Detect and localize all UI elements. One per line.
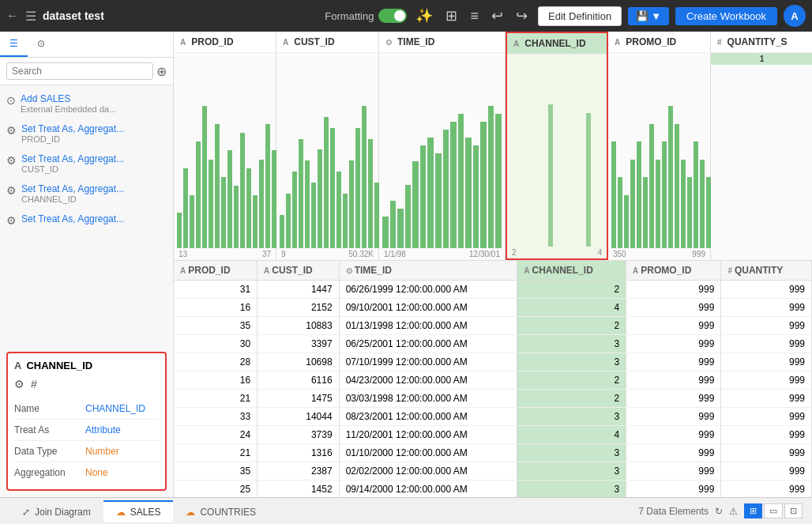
col-min-prod: 13 — [179, 250, 187, 258]
column-card-cust[interactable]: A CUST_ID 9 50.32K — [276, 32, 379, 260]
field-row-aggregation: Aggregation None — [14, 462, 159, 483]
column-card-prod[interactable]: A PROD_ID 13 37 — [174, 32, 276, 260]
sidebar-item-set4[interactable]: ⚙ Set Treat As, Aggregat... — [0, 209, 173, 232]
undo-icon[interactable]: ↩ — [487, 6, 507, 26]
bottom-tab-countries[interactable]: ☁ COUNTRIES — [173, 500, 269, 522]
sidebar-item-channel[interactable]: ⚙ Set Treat As, Aggregat... CHANNEL_ID — [0, 179, 173, 209]
formatting-toggle[interactable] — [378, 9, 407, 23]
field-label-aggregation: Aggregation — [14, 467, 85, 478]
th-prod: APROD_ID — [174, 261, 258, 281]
sidebar-item-text-channel: Set Treat As, Aggregat... CHANNEL_ID — [21, 183, 124, 204]
sidebar-tab-list[interactable]: ☰ — [0, 32, 28, 57]
bottom-tab-sales[interactable]: ☁ SALES — [103, 500, 174, 522]
table-row: 21147503/03/1998 12:00:00.000 AM2999999 — [174, 390, 812, 408]
col-header-quantity: # QUANTITY_S — [711, 32, 812, 53]
sidebar: ☰ ⊙ ⊕ ⊙ Add SALES External Embedded da..… — [0, 32, 174, 497]
table-cell: 06/26/1999 12:00:00.000 AM — [339, 281, 517, 299]
view-btn-expand[interactable]: ⊡ — [784, 503, 803, 518]
sidebar-tab-link[interactable]: ⊙ — [28, 32, 55, 57]
table-cell: 999 — [626, 353, 721, 371]
column-card-channel[interactable]: A CHANNEL_ID 2 4 — [506, 32, 608, 260]
field-gear-icon[interactable]: ⚙ — [14, 378, 24, 390]
magic-icon[interactable]: ✨ — [412, 6, 437, 26]
th-channel: ACHANNEL_ID — [517, 261, 626, 281]
sidebar-item-primary-set4: Set Treat As, Aggregat... — [21, 213, 124, 224]
sidebar-item-text-prod: Set Treat As, Aggregat... PROD_ID — [21, 123, 124, 144]
col-range-cust: 9 50.32K — [276, 248, 378, 260]
table-cell: 2 — [517, 317, 626, 335]
dataset-title: dataset test — [43, 9, 104, 22]
table-cell: 1452 — [258, 481, 340, 498]
back-icon[interactable]: ← — [6, 9, 19, 23]
table-cell: 04/23/2000 12:00:00.000 AM — [339, 371, 517, 390]
col-chart-prod — [174, 53, 276, 248]
col-name-prod: PROD_ID — [191, 36, 233, 47]
search-input[interactable] — [6, 62, 153, 80]
th-cust: ACUST_ID — [258, 261, 340, 281]
edit-definition-button[interactable]: Edit Definition — [538, 6, 622, 26]
table-cell: 3 — [517, 481, 626, 498]
create-workbook-button[interactable]: Create Workbook — [675, 7, 777, 25]
data-table: APROD_ID ACUST_ID ⊙TIME_ID ACHANNEL_ID A… — [174, 261, 812, 497]
grid-icon[interactable]: ⊞ — [442, 6, 461, 26]
table-cell: 02/02/2000 12:00:00.000 AM — [339, 462, 517, 481]
table-cell: 2 — [517, 371, 626, 390]
table-cell: 06/25/2001 12:00:00.000 AM — [339, 335, 517, 353]
table-cell: 33 — [174, 408, 258, 426]
table-cell: 1447 — [258, 281, 340, 299]
field-row-treatas: Treat As Attribute — [14, 420, 159, 441]
list-icon[interactable]: ≡ — [466, 6, 483, 26]
table-cell: 999 — [626, 281, 721, 299]
table-cell: 03/03/1998 12:00:00.000 AM — [339, 390, 517, 408]
col-type-quantity: # — [717, 38, 722, 47]
table-cell: 14044 — [258, 408, 340, 426]
content-area: A PROD_ID 13 37 A CUST_ID 9 50.32K — [174, 32, 812, 497]
column-card-time[interactable]: ⊙ TIME_ID 1/1/98 12/30/01 — [379, 32, 506, 260]
table-cell: 25 — [174, 481, 258, 498]
table-row: 24373911/20/2001 12:00:00.000 AM4999999 — [174, 426, 812, 444]
col-chart-cust — [276, 53, 378, 248]
table-cell: 1475 — [258, 390, 340, 408]
table-cell: 3739 — [258, 426, 340, 444]
table-cell: 2 — [517, 390, 626, 408]
sidebar-items: ⊙ Add SALES External Embedded da... ⚙ Se… — [0, 85, 173, 345]
table-cell: 999 — [626, 408, 721, 426]
view-btn-grid[interactable]: ⊞ — [744, 503, 762, 518]
add-icon[interactable]: ⊕ — [156, 64, 167, 79]
field-row-datatype: Data Type Number — [14, 441, 159, 462]
sidebar-tabs: ☰ ⊙ — [0, 32, 173, 58]
sidebar-item-add-sales[interactable]: ⊙ Add SALES External Embedded da... — [0, 89, 173, 119]
table-cell: 3 — [517, 335, 626, 353]
table-cell: 999 — [626, 481, 721, 498]
field-value-name: CHANNEL_ID — [85, 403, 145, 414]
table-cell: 6116 — [258, 371, 340, 390]
column-card-quantity[interactable]: # QUANTITY_S 1 — [711, 32, 812, 260]
table-cell: 28 — [174, 353, 258, 371]
table-row: 331404408/23/2001 12:00:00.000 AM3999999 — [174, 408, 812, 426]
avatar[interactable]: A — [784, 5, 806, 27]
column-card-promo[interactable]: A PROMO_ID 350 999 — [608, 32, 711, 260]
table-cell: 3 — [517, 353, 626, 371]
bottom-tab-join[interactable]: ⤢ Join Diagram — [9, 500, 103, 522]
refresh-icon[interactable]: ↻ — [715, 506, 723, 517]
col-header-promo: A PROMO_ID — [608, 32, 710, 53]
col-name-time: TIME_ID — [397, 36, 434, 47]
dataset-icon[interactable]: ☰ — [25, 9, 36, 24]
save-button[interactable]: 💾 ▼ — [628, 7, 669, 25]
alert-icon[interactable]: ⚠ — [729, 506, 738, 517]
field-label-treatas: Treat As — [14, 424, 85, 435]
sidebar-item-prod[interactable]: ⚙ Set Treat As, Aggregat... PROD_ID — [0, 119, 173, 149]
table-cell: 3 — [517, 462, 626, 481]
col-max-prod: 37 — [262, 250, 271, 258]
field-label-name: Name — [14, 403, 85, 414]
sidebar-item-cust[interactable]: ⚙ Set Treat As, Aggregat... CUST_ID — [0, 149, 173, 179]
sidebar-item-primary-cust: Set Treat As, Aggregat... — [21, 153, 124, 164]
table-cell: 999 — [626, 426, 721, 444]
col-range-promo: 350 999 — [608, 248, 710, 260]
table-cell: 999 — [721, 317, 812, 335]
field-hash-icon[interactable]: # — [31, 378, 37, 390]
view-btn-list[interactable]: ▭ — [764, 503, 783, 518]
redo-icon[interactable]: ↪ — [512, 6, 532, 26]
view-buttons: ⊞ ▭ ⊡ — [744, 503, 803, 518]
col-name-cust: CUST_ID — [294, 36, 334, 47]
